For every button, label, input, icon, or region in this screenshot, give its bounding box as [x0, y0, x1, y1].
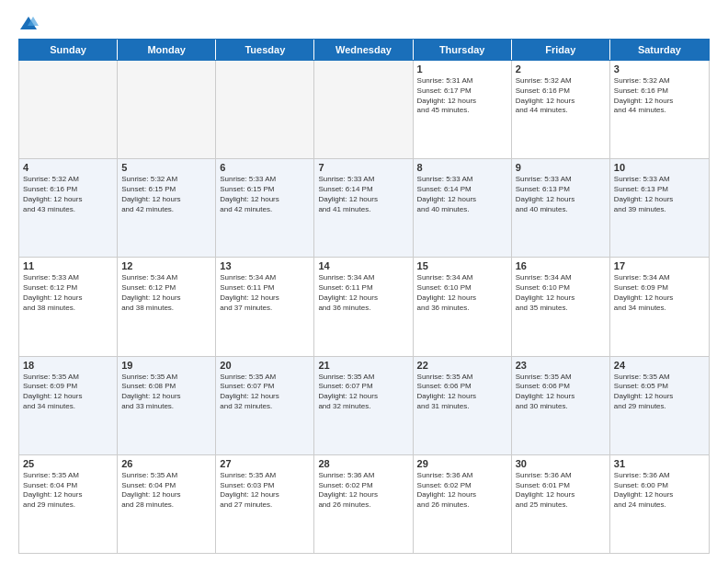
calendar-cell: 5Sunrise: 5:32 AM Sunset: 6:15 PM Daylig… — [118, 159, 216, 257]
cell-info: Sunrise: 5:35 AM Sunset: 6:04 PM Dayligh… — [121, 471, 211, 511]
day-number: 21 — [318, 360, 408, 371]
calendar-cell — [314, 61, 413, 158]
calendar-cell: 15Sunrise: 5:34 AM Sunset: 6:10 PM Dayli… — [414, 258, 512, 355]
cell-info: Sunrise: 5:33 AM Sunset: 6:15 PM Dayligh… — [220, 175, 310, 214]
day-number: 28 — [318, 458, 408, 469]
cell-info: Sunrise: 5:34 AM Sunset: 6:11 PM Dayligh… — [318, 273, 408, 313]
calendar-cell: 17Sunrise: 5:34 AM Sunset: 6:09 PM Dayli… — [610, 258, 709, 355]
day-number: 29 — [417, 458, 507, 469]
calendar-week: 4Sunrise: 5:32 AM Sunset: 6:16 PM Daylig… — [19, 159, 709, 258]
day-number: 8 — [417, 162, 507, 173]
calendar-cell: 3Sunrise: 5:32 AM Sunset: 6:16 PM Daylig… — [610, 61, 709, 158]
header — [18, 15, 710, 31]
logo — [18, 15, 46, 31]
cell-info: Sunrise: 5:35 AM Sunset: 6:04 PM Dayligh… — [23, 471, 113, 511]
day-number: 13 — [220, 260, 310, 271]
weekday-header: Monday — [118, 40, 216, 60]
cell-info: Sunrise: 5:33 AM Sunset: 6:13 PM Dayligh… — [516, 175, 606, 214]
day-number: 22 — [417, 360, 507, 371]
calendar-cell: 11Sunrise: 5:33 AM Sunset: 6:12 PM Dayli… — [19, 258, 118, 355]
logo-area — [18, 15, 46, 31]
calendar-cell: 25Sunrise: 5:35 AM Sunset: 6:04 PM Dayli… — [19, 455, 118, 553]
day-number: 19 — [121, 360, 211, 371]
day-number: 25 — [23, 458, 113, 469]
cell-info: Sunrise: 5:36 AM Sunset: 6:00 PM Dayligh… — [614, 471, 705, 511]
cell-info: Sunrise: 5:33 AM Sunset: 6:13 PM Dayligh… — [614, 175, 705, 214]
day-number: 1 — [417, 63, 507, 75]
calendar-cell: 19Sunrise: 5:35 AM Sunset: 6:08 PM Dayli… — [118, 357, 216, 454]
day-number: 3 — [614, 63, 705, 75]
calendar-cell: 31Sunrise: 5:36 AM Sunset: 6:00 PM Dayli… — [610, 455, 709, 553]
cell-info: Sunrise: 5:35 AM Sunset: 6:08 PM Dayligh… — [121, 373, 211, 412]
day-number: 23 — [516, 360, 606, 371]
day-number: 27 — [220, 458, 310, 469]
day-number: 26 — [121, 458, 211, 469]
calendar-week: 1Sunrise: 5:31 AM Sunset: 6:17 PM Daylig… — [19, 61, 709, 159]
calendar-cell: 6Sunrise: 5:33 AM Sunset: 6:15 PM Daylig… — [216, 159, 314, 257]
calendar-cell: 14Sunrise: 5:34 AM Sunset: 6:11 PM Dayli… — [314, 258, 413, 355]
cell-info: Sunrise: 5:32 AM Sunset: 6:16 PM Dayligh… — [614, 76, 705, 116]
cell-info: Sunrise: 5:31 AM Sunset: 6:17 PM Dayligh… — [417, 76, 507, 116]
cell-info: Sunrise: 5:36 AM Sunset: 6:02 PM Dayligh… — [318, 471, 408, 511]
calendar-body: 1Sunrise: 5:31 AM Sunset: 6:17 PM Daylig… — [18, 61, 710, 554]
calendar-cell: 24Sunrise: 5:35 AM Sunset: 6:05 PM Dayli… — [610, 357, 709, 454]
calendar-cell: 26Sunrise: 5:35 AM Sunset: 6:04 PM Dayli… — [118, 455, 216, 553]
weekday-header: Sunday — [19, 40, 118, 60]
calendar-cell: 9Sunrise: 5:33 AM Sunset: 6:13 PM Daylig… — [512, 159, 610, 257]
cell-info: Sunrise: 5:35 AM Sunset: 6:07 PM Dayligh… — [318, 373, 408, 412]
day-number: 4 — [23, 162, 113, 173]
day-number: 31 — [614, 458, 705, 469]
calendar-cell: 4Sunrise: 5:32 AM Sunset: 6:16 PM Daylig… — [19, 159, 118, 257]
calendar-cell — [216, 61, 314, 158]
calendar-header: SundayMondayTuesdayWednesdayThursdayFrid… — [18, 39, 710, 61]
calendar-week: 25Sunrise: 5:35 AM Sunset: 6:04 PM Dayli… — [19, 455, 709, 553]
weekday-header: Friday — [512, 40, 610, 60]
day-number: 11 — [23, 260, 113, 271]
cell-info: Sunrise: 5:32 AM Sunset: 6:16 PM Dayligh… — [516, 76, 606, 116]
cell-info: Sunrise: 5:36 AM Sunset: 6:02 PM Dayligh… — [417, 471, 507, 511]
calendar-cell: 27Sunrise: 5:35 AM Sunset: 6:03 PM Dayli… — [216, 455, 314, 553]
cell-info: Sunrise: 5:34 AM Sunset: 6:11 PM Dayligh… — [220, 273, 310, 313]
day-number: 12 — [121, 260, 211, 271]
cell-info: Sunrise: 5:35 AM Sunset: 6:05 PM Dayligh… — [614, 373, 705, 412]
calendar-cell: 1Sunrise: 5:31 AM Sunset: 6:17 PM Daylig… — [414, 61, 512, 158]
day-number: 6 — [220, 162, 310, 173]
calendar-cell: 2Sunrise: 5:32 AM Sunset: 6:16 PM Daylig… — [512, 61, 610, 158]
cell-info: Sunrise: 5:34 AM Sunset: 6:12 PM Dayligh… — [121, 273, 211, 313]
day-number: 14 — [318, 260, 408, 271]
day-number: 2 — [516, 63, 606, 75]
calendar-week: 18Sunrise: 5:35 AM Sunset: 6:09 PM Dayli… — [19, 357, 709, 455]
calendar-cell: 12Sunrise: 5:34 AM Sunset: 6:12 PM Dayli… — [118, 258, 216, 355]
calendar-cell: 10Sunrise: 5:33 AM Sunset: 6:13 PM Dayli… — [610, 159, 709, 257]
day-number: 18 — [23, 360, 113, 371]
calendar-cell: 22Sunrise: 5:35 AM Sunset: 6:06 PM Dayli… — [414, 357, 512, 454]
weekday-header: Wednesday — [314, 40, 413, 60]
cell-info: Sunrise: 5:33 AM Sunset: 6:14 PM Dayligh… — [417, 175, 507, 214]
cell-info: Sunrise: 5:34 AM Sunset: 6:10 PM Dayligh… — [516, 273, 606, 313]
page: SundayMondayTuesdayWednesdayThursdayFrid… — [0, 0, 728, 563]
cell-info: Sunrise: 5:33 AM Sunset: 6:14 PM Dayligh… — [318, 175, 408, 214]
cell-info: Sunrise: 5:32 AM Sunset: 6:16 PM Dayligh… — [23, 175, 113, 214]
calendar-cell: 21Sunrise: 5:35 AM Sunset: 6:07 PM Dayli… — [314, 357, 413, 454]
calendar-cell: 20Sunrise: 5:35 AM Sunset: 6:07 PM Dayli… — [216, 357, 314, 454]
day-number: 5 — [121, 162, 211, 173]
cell-info: Sunrise: 5:34 AM Sunset: 6:09 PM Dayligh… — [614, 273, 705, 313]
calendar-cell: 16Sunrise: 5:34 AM Sunset: 6:10 PM Dayli… — [512, 258, 610, 355]
weekday-header: Thursday — [414, 40, 512, 60]
day-number: 16 — [516, 260, 606, 271]
calendar-cell — [118, 61, 216, 158]
cell-info: Sunrise: 5:35 AM Sunset: 6:06 PM Dayligh… — [417, 373, 507, 412]
day-number: 7 — [318, 162, 408, 173]
calendar-cell: 29Sunrise: 5:36 AM Sunset: 6:02 PM Dayli… — [414, 455, 512, 553]
calendar-cell: 28Sunrise: 5:36 AM Sunset: 6:02 PM Dayli… — [314, 455, 413, 553]
day-number: 15 — [417, 260, 507, 271]
cell-info: Sunrise: 5:35 AM Sunset: 6:03 PM Dayligh… — [220, 471, 310, 511]
day-number: 10 — [614, 162, 705, 173]
calendar-cell: 18Sunrise: 5:35 AM Sunset: 6:09 PM Dayli… — [19, 357, 118, 454]
logo-icon — [18, 15, 39, 31]
cell-info: Sunrise: 5:32 AM Sunset: 6:15 PM Dayligh… — [121, 175, 211, 214]
calendar-cell: 7Sunrise: 5:33 AM Sunset: 6:14 PM Daylig… — [314, 159, 413, 257]
cell-info: Sunrise: 5:34 AM Sunset: 6:10 PM Dayligh… — [417, 273, 507, 313]
cell-info: Sunrise: 5:33 AM Sunset: 6:12 PM Dayligh… — [23, 273, 113, 313]
day-number: 24 — [614, 360, 705, 371]
